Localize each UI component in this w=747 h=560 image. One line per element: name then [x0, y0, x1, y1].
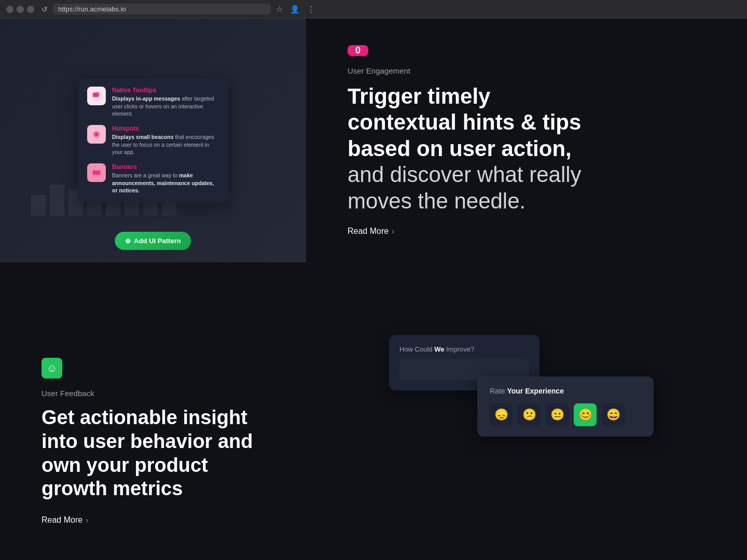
star-icon[interactable]: ☆ [276, 5, 283, 14]
feedback-read-more-text: Read More [42, 515, 82, 525]
bar-1 [31, 195, 46, 216]
banners-title: Banners [112, 163, 219, 171]
browser-maximize-btn[interactable] [27, 6, 34, 13]
emoji-btn-4-selected[interactable]: 😊 [574, 403, 597, 426]
rate-title-bold: Your Experience [507, 387, 563, 395]
emoji-btn-1[interactable]: 😞 [490, 403, 513, 426]
emoji-btn-5[interactable]: 😄 [602, 403, 625, 426]
browser-controls [6, 6, 34, 13]
rate-title-prefix: Rate [490, 387, 507, 395]
native-tooltips-content: Native Tooltips Displays in-app messages… [112, 87, 219, 118]
native-tooltips-desc: Displays in-app messages after targeted … [112, 95, 219, 118]
tooltip-item-native: Native Tooltips Displays in-app messages… [87, 87, 219, 118]
svg-point-3 [95, 133, 99, 136]
tooltip-item-banners: Banners Banners are a great way to make … [87, 163, 219, 194]
browser-minimize-btn[interactable] [17, 6, 24, 13]
banners-desc: Banners are a great way to make announce… [112, 172, 219, 194]
url-bar[interactable]: https://run.acmelabs.io [53, 4, 271, 15]
user-icon[interactable]: 👤 [290, 5, 300, 14]
rate-experience-card: Rate Your Experience 😞 😕 😐 😊 😄 [477, 376, 654, 437]
engagement-preview-panel: Native Tooltips Displays in-app messages… [0, 19, 306, 262]
survey-question: How Could We Improve? [399, 345, 529, 353]
feedback-content-panel: ☺ User Feedback Get actionable insight i… [0, 325, 306, 558]
engagement-section: Native Tooltips Displays in-app messages… [0, 19, 747, 262]
svg-rect-1 [93, 92, 100, 96]
feedback-badge: ☺ [42, 358, 62, 379]
feedback-preview-panel: How Could We Improve? Rate Your Experien… [306, 325, 747, 558]
survey-question-suffix: Improve? [444, 345, 474, 353]
page-content: Native Tooltips Displays in-app messages… [0, 19, 747, 560]
engagement-read-more-chevron: › [392, 227, 394, 235]
feedback-subtitle: User Feedback [42, 389, 265, 398]
native-tooltips-icon [87, 87, 106, 105]
rate-title: Rate Your Experience [490, 387, 641, 395]
feedback-badge-icon: ☺ [47, 362, 57, 374]
engagement-read-more-text: Read More [348, 227, 389, 236]
banners-content: Banners Banners are a great way to make … [112, 163, 219, 194]
svg-rect-4 [93, 171, 101, 175]
feedback-read-more-link[interactable]: Read More › [42, 515, 265, 525]
preview-background: Native Tooltips Displays in-app messages… [0, 19, 306, 262]
browser-action-icons: ☆ 👤 ⋮ [276, 5, 315, 14]
engagement-badge: 0 [348, 45, 368, 56]
emoji-btn-2[interactable]: 😕 [518, 403, 541, 426]
feedback-section: ☺ User Feedback Get actionable insight i… [0, 325, 747, 558]
survey-question-bold: We [434, 345, 444, 353]
hotspots-icon [87, 125, 106, 144]
survey-question-prefix: How Could [399, 345, 434, 353]
tooltip-item-hotspots: Hotspots Displays small beacons that enc… [87, 125, 219, 156]
bottom-section [0, 558, 747, 560]
engagement-subtitle: User Engagement [348, 66, 706, 75]
hotspots-desc: Displays small beacons that encourages t… [112, 133, 219, 156]
engagement-title-normal: and discover what really moves the needl… [348, 162, 582, 213]
refresh-icon[interactable]: ↺ [42, 5, 48, 13]
bar-2 [50, 185, 64, 216]
hotspots-content: Hotspots Displays small beacons that enc… [112, 125, 219, 156]
tooltip-feature-card: Native Tooltips Displays in-app messages… [78, 78, 228, 203]
browser-close-btn[interactable] [6, 6, 13, 13]
menu-icon[interactable]: ⋮ [307, 5, 315, 14]
banners-icon [87, 163, 106, 182]
engagement-content-panel: 0 User Engagement Trigger timely context… [306, 19, 747, 262]
emoji-btn-3[interactable]: 😐 [546, 403, 569, 426]
engagement-title-bold: Trigger timely contextual hints & tips b… [348, 84, 581, 161]
emoji-rating-row: 😞 😕 😐 😊 😄 [490, 403, 641, 426]
browser-chrome: ↺ https://run.acmelabs.io ☆ 👤 ⋮ [0, 0, 747, 19]
add-pattern-label: Add UI Pattern [134, 237, 181, 245]
spacer [0, 262, 747, 325]
add-icon: ⊕ [125, 237, 131, 245]
engagement-title: Trigger timely contextual hints & tips b… [348, 83, 597, 214]
hotspots-title: Hotspots [112, 125, 219, 132]
feedback-title: Get actionable insight into user behavio… [42, 406, 265, 500]
engagement-read-more-link[interactable]: Read More › [348, 227, 706, 236]
add-ui-pattern-button[interactable]: ⊕ Add UI Pattern [115, 232, 191, 250]
feedback-read-more-chevron: › [86, 516, 88, 524]
native-tooltips-title: Native Tooltips [112, 87, 219, 94]
